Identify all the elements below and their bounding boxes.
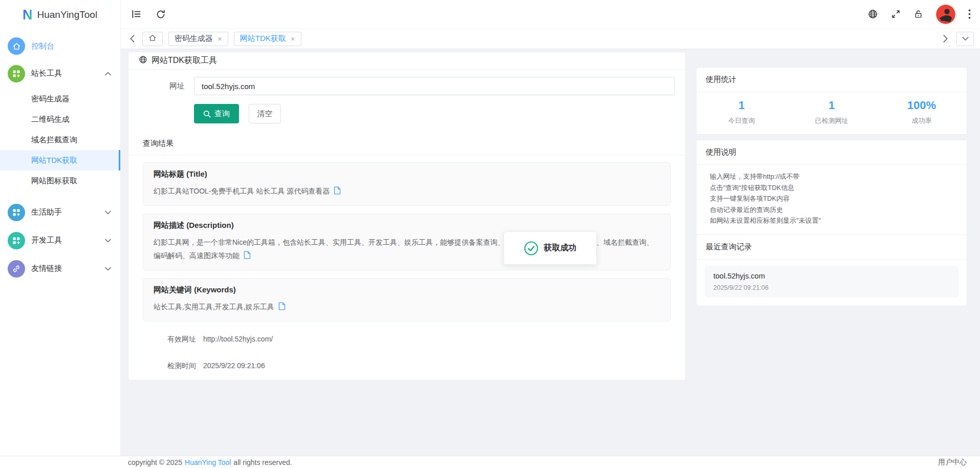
check-circle-icon [524,241,538,256]
stat-checked-urls: 1 已检测网址 [787,99,877,125]
refresh-icon[interactable] [156,9,166,19]
sidebar-submenu-webmaster: 密码生成器 二维码生成 域名拦截查询 网站TDK获取 网站图标获取 [0,88,120,193]
history-record-time: 2025/9/22 09:21:06 [713,284,950,291]
query-button[interactable]: 查询 [194,104,239,123]
sidebar-item-domain-block-check[interactable]: 域名拦截查询 [0,130,120,150]
globe-icon [139,55,147,66]
apps-icon [8,232,25,249]
sidebar-item-website-tdk[interactable]: 网站TDK获取 [0,150,120,171]
help-item: 如网站未设置相应标签则显示"未设置" [710,215,957,226]
tab-website-tdk[interactable]: 网站TDK获取 × [234,32,301,46]
stat-label: 已检测网址 [787,116,877,125]
copy-icon[interactable] [278,301,286,314]
page-title: 网站TDK获取工具 [151,55,217,66]
query-button-label: 查询 [214,109,230,119]
result-card-label: 网站关键词 (Keywords) [154,285,660,295]
copyright-suffix: all rights reserved. [233,458,292,466]
field-check-time: 检测时间 2025/9/22 09:21:06 [153,360,671,371]
collapse-sidebar-icon[interactable] [131,9,142,19]
chevron-down-icon [105,239,111,243]
clear-button[interactable]: 清空 [249,104,281,123]
sidebar-group-label: 生活助手 [31,207,105,217]
result-fields: 有效网址 http://tool.52hyjs.com/ 检测时间 2025/9… [139,334,675,371]
sidebar-group-dev[interactable]: 开发工具 [0,226,120,254]
stat-value: 1 [787,99,877,112]
app-logo-icon: N [23,8,33,22]
field-final-url: 有效网址 http://tool.52hyjs.com/ [153,334,671,344]
sidebar-item-console[interactable]: 控制台 [0,33,120,59]
copy-icon[interactable] [244,250,251,263]
more-vertical-icon[interactable] [968,9,971,19]
url-input[interactable] [194,77,675,95]
home-icon [8,37,25,55]
sidebar-group-life[interactable]: 生活助手 [0,198,120,226]
globe-icon[interactable] [867,9,878,19]
close-icon[interactable]: × [217,35,222,42]
sidebar-group-label: 站长工具 [31,69,105,78]
sidebar-item-website-favicon[interactable]: 网站图标获取 [0,171,120,191]
chevron-up-icon [105,72,111,76]
sidebar-group-webmaster[interactable]: 站长工具 [0,59,120,88]
user-center-link[interactable]: 用户中心 [938,458,967,467]
results-section-title: 查询结果 [143,139,671,148]
stat-label: 今日查询 [696,116,787,125]
chevron-down-icon [105,267,111,271]
fullscreen-icon[interactable] [891,9,901,19]
sidebar: N HuanYingTool 控制台 站长工具 密码生成器 二维码生成 域名拦截… [0,0,121,468]
usage-stats-card: 使用统计 1 今日查询 1 已检测网址 100% 成功率 [696,67,967,135]
keywords-value: 站长工具,实用工具,开发工具,娱乐工具 [154,303,274,311]
query-results: 查询结果 网站标题 (Title) 幻影工具站TOOL-免费手机工具 站长工具 … [128,139,685,371]
stat-today-queries: 1 今日查询 [696,99,787,125]
recent-queries-card: 最近查询记录 tool.52hyjs.com 2025/9/22 09:21:0… [696,235,967,306]
tab-bar: 密码生成器 × 网站TDK获取 × [121,28,980,49]
title-value: 幻影工具站TOOL-免费手机工具 站长工具 源代码查看器 [154,187,330,195]
sidebar-item-password-generator[interactable]: 密码生成器 [0,89,120,109]
sidebar-group-label: 开发工具 [31,236,105,245]
sidebar-group-links[interactable]: 友情链接 [0,254,120,283]
field-label: 检测时间 [153,360,196,371]
field-value: 2025/9/22 09:21:06 [203,360,265,371]
history-record[interactable]: tool.52hyjs.com 2025/9/22 09:21:06 [705,266,959,297]
result-card-value: 幻影工具站TOOL-免费手机工具 站长工具 源代码查看器 [154,184,660,199]
stat-value: 1 [696,99,787,112]
search-icon [203,110,211,118]
top-header [121,0,980,28]
help-item: 支持一键复制各项TDK内容 [710,193,957,204]
stat-label: 成功率 [877,116,967,125]
tabs-scroll-right-icon[interactable] [941,35,950,42]
lock-icon[interactable] [913,9,923,19]
copy-icon[interactable] [334,185,341,199]
usage-help-title: 使用说明 [696,140,967,165]
result-card-value: 站长工具,实用工具,开发工具,娱乐工具 [154,300,660,314]
page-footer: copyright © 2025 HuanYing Tool all right… [0,456,980,468]
copyright-prefix: copyright © 2025 [128,458,182,466]
tabs-dropdown-button[interactable] [956,32,974,46]
tab-password-generator[interactable]: 密码生成器 × [168,32,228,46]
sidebar-group-label: 友情链接 [31,264,105,273]
stat-value: 100% [877,99,967,112]
history-record-url: tool.52hyjs.com [713,272,950,280]
usage-stats-title: 使用统计 [696,68,967,92]
close-icon[interactable]: × [291,35,295,42]
chevron-down-icon [105,210,111,215]
link-icon [8,260,25,278]
tdk-tool-panel: 网站TDK获取工具 网址 查询 清空 查询结果 [128,52,686,380]
tab-label: 密码生成器 [175,34,213,44]
help-item: 点击"查询"按钮获取TDK信息 [710,182,957,194]
sidebar-item-qrcode-generator[interactable]: 二维码生成 [0,109,120,130]
success-toast: 获取成功 [504,231,597,265]
app-logo[interactable]: N HuanYingTool [0,0,120,30]
result-card-label: 网站标题 (Title) [154,169,660,179]
tabs-scroll-left-icon[interactable] [128,35,137,42]
url-label: 网址 [139,77,194,95]
home-icon [148,34,157,44]
stat-success-rate: 100% 成功率 [877,99,967,125]
avatar[interactable] [936,5,955,24]
result-card-keywords: 网站关键词 (Keywords) 站长工具,实用工具,开发工具,娱乐工具 [143,278,671,322]
brand-link[interactable]: HuanYing Tool [185,458,231,466]
query-form: 网址 查询 清空 [128,77,685,123]
tab-home[interactable] [142,32,163,46]
apps-icon [8,65,25,82]
result-card-title: 网站标题 (Title) 幻影工具站TOOL-免费手机工具 站长工具 源代码查看… [143,162,671,206]
sidebar-item-label: 控制台 [31,41,111,51]
